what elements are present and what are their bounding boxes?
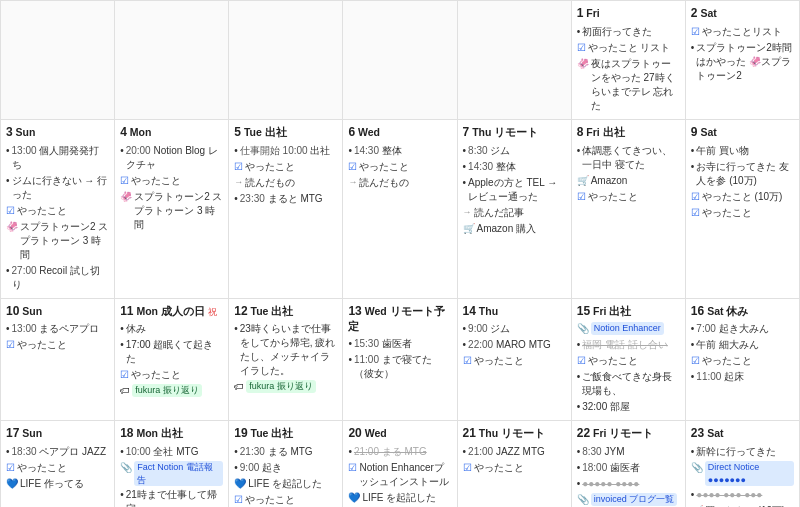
day-label: Tue 出社 xyxy=(244,126,287,138)
day-label: Thu xyxy=(479,305,498,317)
cell-header: 19 Tue 出社 xyxy=(234,425,337,442)
item-icon: • xyxy=(234,445,238,459)
item-icon: • xyxy=(577,477,581,491)
heart-icon: 💙 xyxy=(348,491,360,505)
list-item: ☑やったことリスト xyxy=(691,25,794,39)
check-icon: ☑ xyxy=(6,338,15,352)
item-icon: • xyxy=(691,322,695,336)
arrow-icon: → xyxy=(463,206,472,219)
list-item: •Appleの方と TEL → レビュー通った xyxy=(463,176,566,204)
list-item: 📎invoiced ブログ一覧 xyxy=(577,493,680,507)
list-item: •13:00 個人開発発打ち xyxy=(6,144,109,172)
item-icon: • xyxy=(6,174,10,188)
item-icon: • xyxy=(348,445,352,459)
day-label: Fri 出社 xyxy=(586,126,624,138)
list-item: •18:30 ペアプロ JAZZ xyxy=(6,445,109,459)
list-item: ☑やったこと xyxy=(348,160,451,174)
event-text: やったこと xyxy=(245,493,295,507)
list-item: •ジムに行きない → 行った xyxy=(6,174,109,202)
arrow-icon: → xyxy=(234,176,243,189)
event-text: Amazon 購入 xyxy=(477,222,536,236)
tag-icon: 🏷 xyxy=(234,380,244,394)
calendar-cell: 12 Tue 出社•23時くらいまで仕事をしてから帰宅, 疲れたし、メッチャイラ… xyxy=(229,299,343,422)
event-text: LIFE を起記した xyxy=(248,477,322,491)
cell-header: 23 Sat xyxy=(691,425,794,442)
check-icon: ☑ xyxy=(577,41,586,55)
event-text: やったこと xyxy=(702,206,752,220)
tag-green-label: fukura 振り返り xyxy=(132,384,202,397)
list-item: ☑やったこと xyxy=(234,493,337,507)
arrow-icon: → xyxy=(348,176,357,189)
list-item: •11:00 まで寝てた（彼女） xyxy=(348,353,451,381)
day-label: Wed リモート予定 xyxy=(348,305,444,333)
calendar-cell: 5 Tue 出社•仕事開始 10:00 出社☑やったこと→読んだもの•23:30… xyxy=(229,120,343,299)
event-text: 初面行ってきた xyxy=(582,25,652,39)
tag-blue-icon: 📎 xyxy=(577,322,589,336)
holiday-label: 祝 xyxy=(208,307,217,317)
cell-header: 7 Thu リモート xyxy=(463,124,566,141)
list-item: ☑やったこと リスト xyxy=(577,41,680,55)
cell-header: 4 Mon xyxy=(120,124,223,141)
event-content: 13:00 まるペアプロ xyxy=(12,322,100,336)
date-number: 22 xyxy=(577,426,590,440)
calendar-cell xyxy=(343,1,457,120)
check-icon: ☑ xyxy=(691,206,700,220)
event-text: スプラトゥーン2時間はかやった 🦑スプラトゥーン2 xyxy=(696,41,794,83)
item-icon: • xyxy=(6,264,10,278)
item-icon: • xyxy=(577,461,581,475)
item-icon: • xyxy=(463,322,467,336)
event-text: やったこと xyxy=(131,174,181,188)
list-item: ☑やったこと xyxy=(577,354,680,368)
item-icon: • xyxy=(691,370,695,384)
list-item: •23時くらいまで仕事をしてから帰宅, 疲れたし、メッチャイライラした。 xyxy=(234,322,337,378)
tag-blue-icon: 📎 xyxy=(120,461,132,475)
day-label: Sun xyxy=(22,427,42,439)
day-label: Thu リモート xyxy=(472,126,538,138)
item-icon: • xyxy=(577,338,581,352)
check-icon: ☑ xyxy=(234,160,243,174)
check-icon: ☑ xyxy=(120,174,129,188)
event-content: 14:30 整体 xyxy=(354,144,402,158)
item-icon: • xyxy=(120,445,124,459)
tag-blue-label: Fact Notion 電話報告 xyxy=(134,461,223,486)
cell-header: 10 Sun xyxy=(6,303,109,320)
item-icon: • xyxy=(120,488,124,502)
cell-header: 21 Thu リモート xyxy=(463,425,566,442)
date-number: 2 xyxy=(691,6,698,20)
cell-header: 13 Wed リモート予定 xyxy=(348,303,451,334)
tag-blue-label: Notion Enhancer xyxy=(591,322,664,335)
list-item: •新幹に行ってきた xyxy=(691,445,794,459)
list-item: •27:00 Recoil 試し切り xyxy=(6,264,109,292)
emoji-icon: 🦑 xyxy=(577,57,589,71)
event-text: 32:00 部屋 xyxy=(582,400,630,414)
tag-blue-label: invoiced ブログ一覧 xyxy=(591,493,678,506)
list-item: •13:00 まるペアプロ xyxy=(6,322,109,336)
event-content: 10:00 全社 MTG xyxy=(126,445,199,459)
list-item: ☑やったこと xyxy=(234,160,337,174)
event-text: やったこと xyxy=(474,354,524,368)
day-label: Fri リモート xyxy=(593,427,653,439)
event-text: 夜はスプラトゥーンをやった 27時くらいまでテレ 忘れた xyxy=(591,57,680,113)
date-number: 12 xyxy=(234,304,247,318)
item-icon: • xyxy=(348,337,352,351)
list-item: •17:00 超眠くて起きた xyxy=(120,338,223,366)
event-content: 21:00 JAZZ MTG xyxy=(468,445,545,459)
list-item: •21:00 まる MTG xyxy=(348,445,451,459)
calendar-cell: 22 Fri リモート•8:30 JYM•18:00 歯医者•●●●●● ●●●… xyxy=(572,421,686,507)
event-text: やったこと リスト xyxy=(588,41,671,55)
list-item: ☑Notion Enhancerプッシュインストール xyxy=(348,461,451,489)
list-item: ☑やったこと xyxy=(6,461,109,475)
item-icon: • xyxy=(463,176,467,190)
calendar-cell: 3 Sun•13:00 個人開発発打ち•ジムに行きない → 行った☑やったこと🦑… xyxy=(1,120,115,299)
event-content: 仕事開始 10:00 出社 xyxy=(240,144,331,158)
event-content: 8:30 ジム xyxy=(468,144,510,158)
list-item: •21:00 JAZZ MTG xyxy=(463,445,566,459)
cell-header: 15 Fri 出社 xyxy=(577,303,680,320)
item-icon: • xyxy=(6,445,10,459)
list-item: ☑やったこと xyxy=(6,204,109,218)
event-text: 福岡 電話 話し合い xyxy=(582,338,668,352)
calendar-cell: 21 Thu リモート•21:00 JAZZ MTG☑やったこと xyxy=(458,421,572,507)
date-number: 1 xyxy=(577,6,584,20)
day-label: Tue 出社 xyxy=(251,305,294,317)
list-item: •18:00 歯医者 xyxy=(577,461,680,475)
